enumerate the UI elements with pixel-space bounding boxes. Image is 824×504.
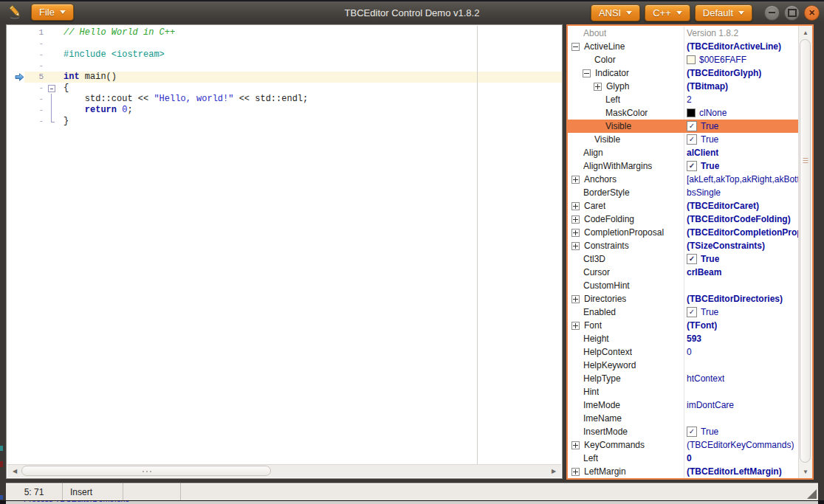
property-row-height[interactable]: Height593 bbox=[568, 332, 798, 345]
property-row-glyph[interactable]: Glyph(TBitmap) bbox=[568, 80, 798, 93]
property-value[interactable]: (TBitmap) bbox=[684, 81, 798, 92]
property-row-keycommands[interactable]: KeyCommands(TBCEditorKeyCommands) bbox=[568, 438, 798, 452]
property-value[interactable]: bsSingle bbox=[684, 187, 798, 198]
property-row-ctl3d[interactable]: Ctl3D✓True bbox=[568, 252, 798, 266]
property-row-insertmode[interactable]: InsertMode✓True bbox=[568, 425, 798, 438]
property-rows[interactable]: AboutVersion 1.8.2ActiveLine(TBCEditorAc… bbox=[568, 27, 798, 478]
property-row-maskcolor[interactable]: MaskColorclNone bbox=[568, 106, 798, 120]
expand-icon[interactable] bbox=[571, 468, 580, 476]
collapse-icon[interactable] bbox=[571, 43, 580, 51]
checkbox-checked-icon[interactable]: ✓ bbox=[687, 427, 697, 437]
file-menu-button[interactable]: File bbox=[31, 4, 74, 21]
property-value[interactable]: ✓True bbox=[684, 307, 798, 317]
property-value[interactable]: (TBCEditorLeftMargin) bbox=[684, 466, 798, 477]
scroll-right-icon[interactable]: ▶ bbox=[548, 465, 560, 477]
scroll-left-icon[interactable]: ◀ bbox=[9, 465, 21, 477]
property-value[interactable]: imDontCare bbox=[684, 400, 798, 410]
checkbox-checked-icon[interactable]: ✓ bbox=[687, 254, 697, 264]
property-value[interactable]: (TBCEditorActiveLine) bbox=[684, 41, 798, 52]
checkbox-checked-icon[interactable]: ✓ bbox=[687, 121, 697, 131]
scroll-up-icon[interactable]: ▲ bbox=[799, 27, 812, 38]
code-fold-mark[interactable] bbox=[47, 83, 61, 94]
property-row-helpkeyword[interactable]: HelpKeyword bbox=[568, 359, 798, 372]
code-line[interactable]: - bbox=[7, 61, 562, 72]
property-row-visible[interactable]: Visible✓True bbox=[568, 133, 798, 146]
titlebar[interactable]: File TBCEditor Control Demo v1.8.2 ANSI … bbox=[0, 0, 824, 22]
property-row-leftmargin[interactable]: LeftMargin(TBCEditorLeftMargin) bbox=[568, 465, 798, 478]
property-value[interactable]: 2 bbox=[684, 94, 798, 105]
property-value[interactable]: clNone bbox=[684, 108, 798, 118]
collapse-icon[interactable] bbox=[583, 69, 591, 77]
property-row-directories[interactable]: Directories(TBCEditorDirectories) bbox=[568, 292, 798, 305]
code-line[interactable]: -#include <iostream> bbox=[7, 49, 562, 61]
checkbox-checked-icon[interactable]: ✓ bbox=[687, 134, 697, 145]
property-value[interactable]: (TFont) bbox=[684, 320, 798, 331]
horizontal-scrollbar-thumb[interactable] bbox=[21, 466, 271, 476]
property-value[interactable]: (TBCEditorCaret) bbox=[684, 201, 798, 211]
property-row-constraints[interactable]: Constraints(TSizeConstraints) bbox=[568, 239, 798, 252]
code-line[interactable]: - std::cout << "Hello, world!" << std::e… bbox=[7, 94, 562, 105]
vertical-scrollbar-thumb[interactable] bbox=[800, 39, 811, 463]
property-row-color[interactable]: Color$00E6FAFF bbox=[568, 53, 798, 66]
checkbox-checked-icon[interactable]: ✓ bbox=[687, 307, 697, 317]
checkbox-checked-icon[interactable]: ✓ bbox=[687, 161, 697, 171]
property-row-helpcontext[interactable]: HelpContext0 bbox=[568, 345, 798, 359]
property-value[interactable]: (TBCEditorCodeFolding) bbox=[684, 214, 798, 224]
code-lines[interactable]: 1// Hello World in C++--#include <iostre… bbox=[7, 27, 562, 127]
minimize-button[interactable] bbox=[764, 5, 780, 21]
property-value[interactable]: ✓True bbox=[684, 254, 798, 264]
property-value[interactable]: (TSizeConstraints) bbox=[684, 241, 798, 251]
property-row-alignwithmargins[interactable]: AlignWithMargins✓True bbox=[568, 159, 798, 173]
maximize-button[interactable] bbox=[784, 5, 800, 21]
property-row-borderstyle[interactable]: BorderStylebsSingle bbox=[568, 186, 798, 199]
property-row-activeline[interactable]: ActiveLine(TBCEditorActiveLine) bbox=[568, 40, 798, 53]
property-value[interactable]: 0 bbox=[684, 347, 798, 357]
object-inspector[interactable]: AboutVersion 1.8.2ActiveLine(TBCEditorAc… bbox=[566, 24, 814, 480]
expand-icon[interactable] bbox=[594, 83, 602, 91]
property-value[interactable]: ✓True bbox=[684, 134, 798, 145]
expand-icon[interactable] bbox=[571, 176, 580, 184]
inspector-vertical-scrollbar[interactable]: ▲ ▼ bbox=[798, 26, 812, 478]
resize-grip[interactable] bbox=[807, 489, 817, 499]
property-row-codefolding[interactable]: CodeFolding(TBCEditorCodeFolding) bbox=[568, 213, 798, 226]
property-row-font[interactable]: Font(TFont) bbox=[568, 319, 798, 332]
property-value[interactable]: (TBCEditorGlyph) bbox=[684, 68, 798, 78]
property-value[interactable]: ✓True bbox=[684, 121, 798, 131]
property-row-helptype[interactable]: HelpTypehtContext bbox=[568, 372, 798, 385]
property-row-customhint[interactable]: CustomHint bbox=[568, 279, 798, 292]
scroll-down-icon[interactable]: ▼ bbox=[799, 466, 812, 477]
property-value[interactable]: (TBCEditorCompletionProposal) bbox=[684, 227, 798, 238]
property-row-enabled[interactable]: Enabled✓True bbox=[568, 305, 798, 319]
code-line[interactable]: -} bbox=[7, 116, 562, 127]
property-row-caret[interactable]: Caret(TBCEditorCaret) bbox=[568, 199, 798, 213]
property-value[interactable]: $00E6FAFF bbox=[684, 55, 798, 65]
highlighter-dropdown-button[interactable]: C++ bbox=[645, 4, 690, 21]
property-value[interactable]: ✓True bbox=[684, 427, 798, 437]
property-value[interactable]: alClient bbox=[684, 148, 798, 158]
property-row-about[interactable]: AboutVersion 1.8.2 bbox=[568, 27, 798, 40]
code-line[interactable]: -{ bbox=[7, 83, 562, 94]
editor-horizontal-scrollbar[interactable]: ◀ ▶ bbox=[7, 464, 561, 477]
property-row-hint[interactable]: Hint bbox=[568, 385, 798, 398]
code-line[interactable]: 1// Hello World in C++ bbox=[7, 27, 562, 38]
property-row-visible[interactable]: Visible✓True bbox=[568, 120, 798, 133]
property-row-left[interactable]: Left0 bbox=[568, 452, 798, 465]
code-editor[interactable]: 1// Hello World in C++--#include <iostre… bbox=[6, 24, 563, 479]
expand-icon[interactable] bbox=[571, 441, 580, 449]
theme-dropdown-button[interactable]: Default bbox=[695, 4, 752, 21]
property-row-anchors[interactable]: Anchors[akLeft,akTop,akRight,akBottom] bbox=[568, 173, 798, 186]
expand-icon[interactable] bbox=[571, 215, 580, 224]
expand-icon[interactable] bbox=[571, 229, 580, 237]
property-row-indicator[interactable]: Indicator(TBCEditorGlyph) bbox=[568, 66, 798, 80]
expand-icon[interactable] bbox=[571, 202, 580, 210]
property-row-completionproposal[interactable]: CompletionProposal(TBCEditorCompletionPr… bbox=[568, 226, 798, 239]
property-value[interactable]: 0 bbox=[684, 453, 798, 463]
property-row-cursor[interactable]: CursorcrIBeam bbox=[568, 266, 798, 279]
property-value[interactable]: Version 1.8.2 bbox=[684, 28, 798, 38]
close-button[interactable]: ✕ bbox=[804, 5, 820, 21]
property-row-imename[interactable]: ImeName bbox=[568, 412, 798, 425]
expand-icon[interactable] bbox=[571, 322, 580, 330]
property-value[interactable]: [akLeft,akTop,akRight,akBottom] bbox=[684, 174, 798, 184]
code-line[interactable]: - return 0; bbox=[7, 105, 562, 116]
property-row-left[interactable]: Left2 bbox=[568, 93, 798, 106]
